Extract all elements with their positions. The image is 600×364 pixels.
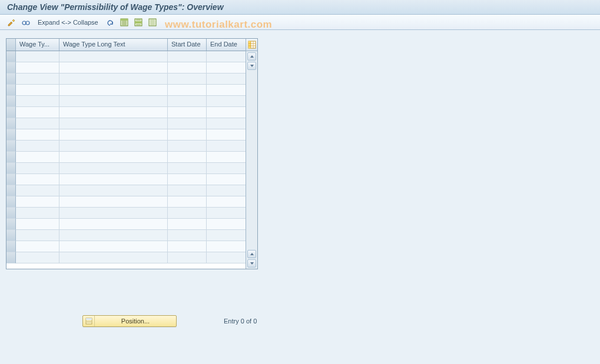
cell-long-text[interactable] bbox=[59, 230, 168, 241]
cell-long-text[interactable] bbox=[59, 62, 168, 74]
cell-start-date[interactable] bbox=[168, 141, 207, 152]
table-row[interactable] bbox=[6, 129, 246, 141]
cell-start-date[interactable] bbox=[168, 219, 207, 230]
col-long-text[interactable]: Wage Type Long Text bbox=[59, 39, 168, 51]
table-row[interactable] bbox=[6, 118, 246, 129]
table-row[interactable] bbox=[6, 208, 246, 219]
cell-wage-type[interactable] bbox=[16, 74, 59, 85]
cell-end-date[interactable] bbox=[207, 219, 246, 230]
cell-start-date[interactable] bbox=[168, 51, 207, 62]
cell-wage-type[interactable] bbox=[16, 241, 59, 252]
cell-end-date[interactable] bbox=[207, 174, 246, 185]
cell-wage-type[interactable] bbox=[16, 85, 59, 96]
glasses-icon[interactable] bbox=[20, 17, 32, 28]
table-row[interactable] bbox=[6, 62, 246, 74]
row-selector[interactable] bbox=[6, 62, 16, 74]
scroll-down-icon[interactable] bbox=[247, 62, 256, 70]
cell-end-date[interactable] bbox=[207, 163, 246, 174]
row-selector[interactable] bbox=[6, 107, 16, 118]
cell-wage-type[interactable] bbox=[16, 141, 59, 152]
cell-end-date[interactable] bbox=[207, 62, 246, 74]
cell-end-date[interactable] bbox=[207, 230, 246, 241]
cell-long-text[interactable] bbox=[59, 96, 168, 107]
cell-end-date[interactable] bbox=[207, 51, 246, 62]
cell-start-date[interactable] bbox=[168, 96, 207, 107]
scroll-down-icon[interactable] bbox=[247, 259, 256, 268]
table-row[interactable] bbox=[6, 174, 246, 185]
cell-end-date[interactable] bbox=[207, 252, 246, 263]
row-selector[interactable] bbox=[6, 152, 16, 163]
col-end-date[interactable]: End Date bbox=[207, 39, 246, 51]
cell-start-date[interactable] bbox=[168, 129, 207, 141]
cell-end-date[interactable] bbox=[207, 85, 246, 96]
cell-long-text[interactable] bbox=[59, 129, 168, 141]
cell-end-date[interactable] bbox=[207, 185, 246, 196]
cell-end-date[interactable] bbox=[207, 152, 246, 163]
cell-start-date[interactable] bbox=[168, 163, 207, 174]
table-row[interactable] bbox=[6, 152, 246, 163]
cell-long-text[interactable] bbox=[59, 152, 168, 163]
cell-end-date[interactable] bbox=[207, 96, 246, 107]
row-selector[interactable] bbox=[6, 219, 16, 230]
cell-start-date[interactable] bbox=[168, 85, 207, 96]
cell-end-date[interactable] bbox=[207, 129, 246, 141]
cell-wage-type[interactable] bbox=[16, 219, 59, 230]
cell-start-date[interactable] bbox=[168, 196, 207, 208]
table-row[interactable] bbox=[6, 252, 246, 263]
select-all-icon[interactable] bbox=[118, 17, 130, 28]
cell-wage-type[interactable] bbox=[16, 252, 59, 263]
cell-start-date[interactable] bbox=[168, 174, 207, 185]
row-selector[interactable] bbox=[6, 185, 16, 196]
cell-long-text[interactable] bbox=[59, 185, 168, 196]
edit-detail-icon[interactable] bbox=[6, 17, 18, 28]
row-selector[interactable] bbox=[6, 208, 16, 219]
row-selector[interactable] bbox=[6, 85, 16, 96]
cell-wage-type[interactable] bbox=[16, 230, 59, 241]
row-selector[interactable] bbox=[6, 141, 16, 152]
cell-end-date[interactable] bbox=[207, 141, 246, 152]
table-row[interactable] bbox=[6, 219, 246, 230]
cell-start-date[interactable] bbox=[168, 107, 207, 118]
cell-end-date[interactable] bbox=[207, 196, 246, 208]
cell-long-text[interactable] bbox=[59, 241, 168, 252]
cell-end-date[interactable] bbox=[207, 118, 246, 129]
table-row[interactable] bbox=[6, 51, 246, 62]
cell-start-date[interactable] bbox=[168, 230, 207, 241]
cell-start-date[interactable] bbox=[168, 152, 207, 163]
cell-wage-type[interactable] bbox=[16, 51, 59, 62]
select-block-icon[interactable] bbox=[132, 17, 144, 28]
cell-wage-type[interactable] bbox=[16, 174, 59, 185]
cell-long-text[interactable] bbox=[59, 107, 168, 118]
row-selector[interactable] bbox=[6, 129, 16, 141]
undo-icon[interactable] bbox=[104, 17, 116, 28]
cell-start-date[interactable] bbox=[168, 252, 207, 263]
cell-end-date[interactable] bbox=[207, 241, 246, 252]
table-row[interactable] bbox=[6, 185, 246, 196]
cell-wage-type[interactable] bbox=[16, 196, 59, 208]
table-row[interactable] bbox=[6, 141, 246, 152]
cell-long-text[interactable] bbox=[59, 196, 168, 208]
scrollbar[interactable] bbox=[246, 51, 257, 269]
cell-long-text[interactable] bbox=[59, 141, 168, 152]
cell-start-date[interactable] bbox=[168, 74, 207, 85]
cell-wage-type[interactable] bbox=[16, 118, 59, 129]
expand-collapse-button[interactable]: Expand <-> Collapse bbox=[34, 19, 102, 26]
cell-wage-type[interactable] bbox=[16, 129, 59, 141]
cell-end-date[interactable] bbox=[207, 107, 246, 118]
col-wage-type[interactable]: Wage Ty... bbox=[16, 39, 59, 51]
cell-long-text[interactable] bbox=[59, 51, 168, 62]
table-row[interactable] bbox=[6, 85, 246, 96]
row-selector[interactable] bbox=[6, 241, 16, 252]
cell-long-text[interactable] bbox=[59, 252, 168, 263]
table-row[interactable] bbox=[6, 107, 246, 118]
cell-wage-type[interactable] bbox=[16, 208, 59, 219]
row-selector[interactable] bbox=[6, 51, 16, 62]
row-selector-header[interactable] bbox=[6, 39, 16, 51]
row-selector[interactable] bbox=[6, 163, 16, 174]
cell-long-text[interactable] bbox=[59, 208, 168, 219]
cell-long-text[interactable] bbox=[59, 163, 168, 174]
cell-long-text[interactable] bbox=[59, 219, 168, 230]
cell-wage-type[interactable] bbox=[16, 185, 59, 196]
table-row[interactable] bbox=[6, 96, 246, 107]
cell-wage-type[interactable] bbox=[16, 96, 59, 107]
